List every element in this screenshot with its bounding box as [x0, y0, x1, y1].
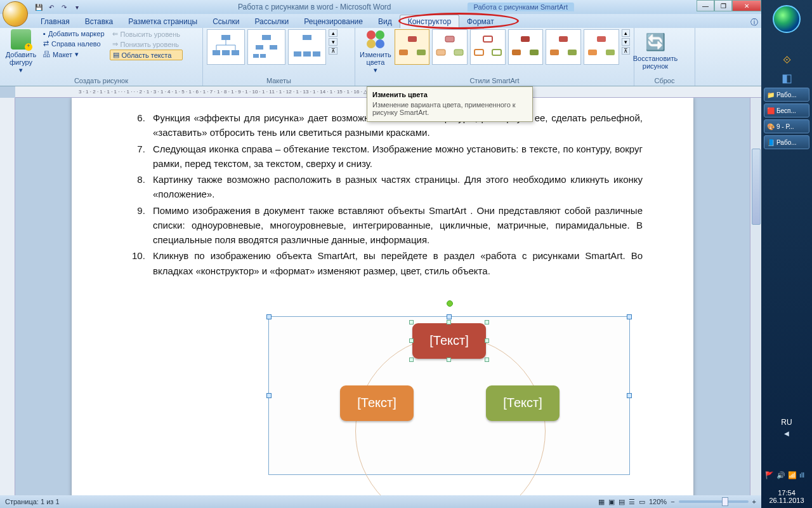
status-bar: Страница: 1 из 1 ▦ ▣ ▤ ☰ ▭ 120% − + — [0, 495, 761, 508]
close-button[interactable]: ✕ — [732, 0, 761, 11]
scrollbar-thumb[interactable] — [752, 149, 761, 225]
taskbar-item[interactable]: 📘Рабо... — [764, 135, 809, 149]
node-handle[interactable] — [409, 358, 414, 362]
styles-scroll-up[interactable]: ▴ — [622, 29, 630, 37]
resize-handle[interactable] — [266, 393, 272, 398]
promote-button[interactable]: ⇐Повысить уровень — [110, 29, 183, 39]
tab-insert[interactable]: Вставка — [77, 15, 121, 28]
zoom-in-button[interactable]: + — [752, 498, 756, 505]
resize-handle[interactable] — [266, 314, 272, 319]
svg-rect-16 — [313, 51, 320, 57]
node-handle[interactable] — [485, 338, 489, 343]
rtl-button[interactable]: ⇄Справа налево — [41, 39, 107, 48]
svg-rect-34 — [606, 50, 615, 55]
tab-design[interactable]: Конструктор — [400, 15, 459, 28]
tray-volume-icon[interactable]: 🔊 — [776, 471, 785, 480]
layouts-scroll-down[interactable]: ▾ — [329, 38, 337, 46]
language-indicator[interactable]: RU — [761, 418, 812, 427]
view-outline-icon[interactable]: ☰ — [629, 498, 635, 506]
redo-icon[interactable]: ↷ — [58, 1, 70, 13]
zoom-out-button[interactable]: − — [671, 498, 674, 505]
save-icon[interactable]: 💾 — [33, 1, 44, 13]
start-button[interactable] — [773, 5, 801, 33]
node-handle[interactable] — [447, 358, 451, 362]
minimize-button[interactable]: — — [697, 0, 714, 11]
style-option-6[interactable] — [584, 29, 619, 65]
style-option-3[interactable] — [470, 29, 506, 65]
layout-option-2[interactable] — [247, 29, 285, 65]
tray-expand-icon[interactable]: ◀ — [761, 430, 812, 437]
vertical-ruler[interactable] — [0, 98, 15, 495]
layout-button[interactable]: 品Макет ▾ — [41, 49, 107, 60]
style-option-1[interactable] — [395, 29, 430, 65]
tray-signal-icon[interactable]: ıll — [799, 471, 808, 480]
layout-option-3[interactable] — [288, 29, 326, 65]
help-icon[interactable]: ⓘ — [750, 17, 758, 28]
window-controls: — ❐ ✕ — [697, 0, 761, 11]
svg-rect-11 — [253, 54, 259, 58]
textpane-icon: ▤ — [113, 51, 119, 59]
style-option-2[interactable] — [432, 29, 468, 65]
tab-format[interactable]: Формат — [459, 15, 502, 28]
node-handle[interactable] — [409, 338, 414, 343]
view-print-icon[interactable]: ▦ — [598, 498, 605, 506]
tab-page-layout[interactable]: Разметка страницы — [121, 15, 205, 28]
undo-icon[interactable]: ↶ — [46, 1, 57, 13]
layout-option-1[interactable] — [207, 29, 245, 65]
smartart-object[interactable]: Введите текст ✕ [Текст] [Текст] [Текст] … — [122, 316, 643, 475]
node-handle[interactable] — [447, 320, 451, 324]
styles-scroll-down[interactable]: ▾ — [622, 38, 630, 46]
taskbar-item[interactable]: 🎨9 - Р... — [764, 119, 809, 133]
add-shape-button[interactable]: + Добавить фигуру ▾ — [4, 29, 38, 74]
qat-more-icon[interactable]: ▾ — [71, 1, 82, 13]
document-area[interactable]: Функция «эффекты для рисунка» дает возмо… — [15, 98, 750, 495]
resize-handle[interactable] — [447, 314, 452, 319]
resize-handle[interactable] — [627, 393, 632, 398]
style-option-5[interactable] — [546, 29, 581, 65]
tooltip-title: Изменить цвета — [367, 87, 532, 100]
style-option-4[interactable] — [508, 29, 544, 65]
svg-rect-14 — [294, 51, 301, 57]
demote-button[interactable]: ⇒Понизить уровень — [110, 39, 183, 49]
tab-review[interactable]: Рецензирование — [296, 15, 370, 28]
view-fullscreen-icon[interactable]: ▣ — [608, 498, 615, 506]
page-indicator[interactable]: Страница: 1 из 1 — [5, 498, 60, 505]
tab-view[interactable]: Вид — [370, 15, 400, 28]
layouts-scroll-up[interactable]: ▴ — [329, 29, 337, 37]
text-pane-toggle[interactable]: ▤Область текста — [110, 50, 183, 60]
clock[interactable]: 17:54 26.11.2013 — [761, 489, 812, 504]
smartart-node-3[interactable]: [Текст] — [486, 385, 560, 421]
view-draft-icon[interactable]: ▭ — [639, 498, 645, 506]
tray-network-icon[interactable]: 📶 — [788, 471, 797, 480]
smartart-node-1[interactable]: [Текст] — [412, 323, 486, 359]
yandex-icon[interactable]: ⟐ — [761, 51, 812, 67]
change-colors-button[interactable]: Изменить цвета ▾ — [359, 29, 392, 74]
tab-mailings[interactable]: Рассылки — [247, 15, 296, 28]
app-icon[interactable]: ◧ — [761, 71, 812, 85]
vertical-scrollbar[interactable] — [750, 98, 761, 495]
taskbar-item[interactable]: 🟥Бесп... — [764, 104, 809, 117]
view-web-icon[interactable]: ▤ — [619, 498, 625, 506]
reset-graphic-button[interactable]: 🔄 Восстановить рисунок — [638, 29, 672, 74]
rotate-handle[interactable] — [447, 300, 453, 307]
svg-rect-17 — [408, 36, 417, 42]
node-handle[interactable] — [485, 320, 489, 324]
contextual-tab-label: Работа с рисунками SmartArt — [468, 3, 575, 11]
browser-icon: 🟥 — [767, 107, 775, 114]
tray-flag-icon[interactable]: 🚩 — [765, 471, 774, 480]
maximize-button[interactable]: ❐ — [714, 0, 732, 11]
node-handle[interactable] — [485, 358, 489, 362]
zoom-value[interactable]: 120% — [649, 498, 667, 505]
tab-home[interactable]: Главная — [33, 15, 77, 28]
resize-handle[interactable] — [627, 314, 632, 319]
styles-more[interactable]: ⊼ — [622, 47, 630, 55]
tab-references[interactable]: Ссылки — [205, 15, 247, 28]
taskbar-item[interactable]: 📁Рабо... — [764, 88, 809, 102]
smartart-node-2[interactable]: [Текст] — [340, 385, 414, 421]
zoom-slider[interactable] — [679, 500, 749, 503]
node-handle[interactable] — [409, 320, 414, 324]
layouts-more[interactable]: ⊼ — [329, 47, 337, 55]
add-bullet-button[interactable]: ▪Добавить маркер — [41, 29, 107, 38]
smartart-canvas[interactable]: [Текст] [Текст] [Текст] — [268, 316, 630, 475]
office-button[interactable] — [3, 1, 28, 27]
